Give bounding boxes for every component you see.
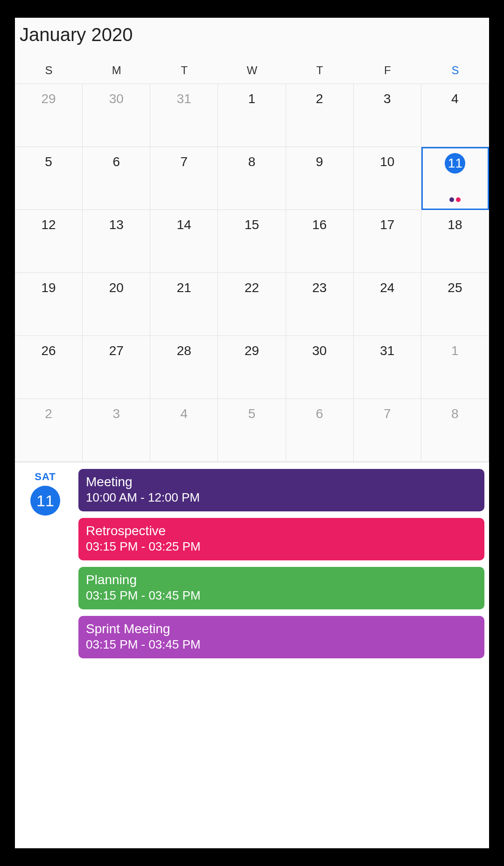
calendar-cell[interactable]: 3 — [83, 399, 150, 462]
day-number: 3 — [377, 89, 398, 109]
weekday-row: S M T W T F S — [15, 55, 489, 84]
calendar-cell[interactable]: 14 — [150, 210, 218, 273]
calendar-cell[interactable]: 4 — [150, 399, 218, 462]
day-number: 15 — [241, 215, 262, 235]
event-time: 03:15 PM - 03:45 PM — [86, 637, 477, 652]
calendar-cell[interactable]: 11 — [421, 147, 489, 210]
calendar-cell[interactable]: 16 — [286, 210, 354, 273]
day-number: 13 — [106, 215, 126, 235]
calendar-cell[interactable]: 29 — [218, 336, 286, 399]
calendar-cell[interactable]: 31 — [354, 336, 421, 399]
event-dot — [456, 197, 461, 202]
event-title: Sprint Meeting — [86, 622, 477, 636]
calendar-cell[interactable]: 8 — [421, 399, 489, 462]
calendar-app: January 2020 S M T W T F S 2930311234567… — [15, 18, 489, 848]
calendar-cell[interactable]: 24 — [354, 273, 421, 336]
calendar-cell[interactable]: 3 — [354, 84, 421, 147]
day-number: 14 — [174, 215, 194, 235]
calendar-cell[interactable]: 13 — [83, 210, 150, 273]
calendar-cell[interactable]: 7 — [354, 399, 421, 462]
calendar-grid: 2930311234567891011121314151617181920212… — [15, 84, 489, 462]
day-number: 21 — [174, 278, 194, 298]
day-number: 5 — [241, 404, 262, 424]
day-number: 30 — [309, 341, 330, 361]
calendar-cell[interactable]: 27 — [83, 336, 150, 399]
day-number: 26 — [38, 341, 59, 361]
agenda-event[interactable]: Planning03:15 PM - 03:45 PM — [78, 567, 484, 609]
calendar-cell[interactable]: 25 — [421, 273, 489, 336]
calendar-header: January 2020 — [15, 18, 489, 55]
agenda-day-number: 11 — [30, 486, 60, 516]
day-number: 3 — [106, 404, 126, 424]
event-dot — [449, 197, 454, 202]
calendar-cell[interactable]: 4 — [421, 84, 489, 147]
day-number: 20 — [106, 278, 126, 298]
event-time: 03:15 PM - 03:25 PM — [86, 539, 477, 554]
day-number: 1 — [445, 341, 465, 361]
calendar-cell[interactable]: 1 — [421, 336, 489, 399]
calendar-cell[interactable]: 30 — [83, 84, 150, 147]
day-number: 31 — [377, 341, 398, 361]
day-number: 2 — [309, 89, 330, 109]
calendar-cell[interactable]: 5 — [15, 147, 83, 210]
calendar-cell[interactable]: 15 — [218, 210, 286, 273]
calendar-cell[interactable]: 19 — [15, 273, 83, 336]
calendar-cell[interactable]: 20 — [83, 273, 150, 336]
calendar-cell[interactable]: 6 — [286, 399, 354, 462]
day-number: 23 — [309, 278, 330, 298]
calendar-cell[interactable]: 26 — [15, 336, 83, 399]
agenda-event[interactable]: Sprint Meeting03:15 PM - 03:45 PM — [78, 616, 484, 658]
day-number: 29 — [241, 341, 262, 361]
day-number: 10 — [377, 152, 398, 172]
agenda-day-indicator: SAT 11 — [20, 469, 71, 844]
calendar-cell[interactable]: 30 — [286, 336, 354, 399]
agenda-event[interactable]: Retrospective03:15 PM - 03:25 PM — [78, 518, 484, 560]
day-number: 16 — [309, 215, 330, 235]
calendar-cell[interactable]: 31 — [150, 84, 218, 147]
day-number: 28 — [174, 341, 194, 361]
calendar-cell[interactable]: 9 — [286, 147, 354, 210]
day-number: 9 — [309, 152, 330, 172]
day-number: 5 — [38, 152, 59, 172]
calendar-cell[interactable]: 22 — [218, 273, 286, 336]
calendar-cell[interactable]: 29 — [15, 84, 83, 147]
calendar-cell[interactable]: 7 — [150, 147, 218, 210]
agenda-event[interactable]: Meeting10:00 AM - 12:00 PM — [78, 469, 484, 511]
event-title: Meeting — [86, 475, 477, 489]
calendar-cell[interactable]: 5 — [218, 399, 286, 462]
agenda-day-label: SAT — [20, 471, 71, 483]
month-title: January 2020 — [20, 24, 484, 45]
day-number: 7 — [174, 152, 194, 172]
day-number: 11 — [445, 153, 465, 174]
day-number: 22 — [241, 278, 262, 298]
day-number: 17 — [377, 215, 398, 235]
calendar-cell[interactable]: 21 — [150, 273, 218, 336]
day-number: 4 — [174, 404, 194, 424]
event-time: 03:15 PM - 03:45 PM — [86, 588, 477, 603]
calendar-cell[interactable]: 6 — [83, 147, 150, 210]
calendar-cell[interactable]: 12 — [15, 210, 83, 273]
calendar-cell[interactable]: 18 — [421, 210, 489, 273]
day-number: 25 — [445, 278, 465, 298]
day-number: 7 — [377, 404, 398, 424]
calendar-cell[interactable]: 17 — [354, 210, 421, 273]
calendar-cell[interactable]: 23 — [286, 273, 354, 336]
day-number: 1 — [241, 89, 262, 109]
calendar-cell[interactable]: 1 — [218, 84, 286, 147]
weekday-wed: W — [218, 64, 286, 77]
calendar-cell[interactable]: 8 — [218, 147, 286, 210]
event-title: Planning — [86, 573, 477, 587]
calendar-cell[interactable]: 28 — [150, 336, 218, 399]
agenda-events-list: Meeting10:00 AM - 12:00 PMRetrospective0… — [78, 469, 484, 844]
calendar-cell[interactable]: 2 — [15, 399, 83, 462]
calendar-cell[interactable]: 10 — [354, 147, 421, 210]
event-time: 10:00 AM - 12:00 PM — [86, 490, 477, 505]
day-number: 4 — [445, 89, 465, 109]
day-number: 24 — [377, 278, 398, 298]
event-title: Retrospective — [86, 524, 477, 538]
calendar-cell[interactable]: 2 — [286, 84, 354, 147]
event-dots — [423, 197, 488, 202]
day-number: 6 — [309, 404, 330, 424]
day-number: 19 — [38, 278, 59, 298]
day-number: 8 — [445, 404, 465, 424]
